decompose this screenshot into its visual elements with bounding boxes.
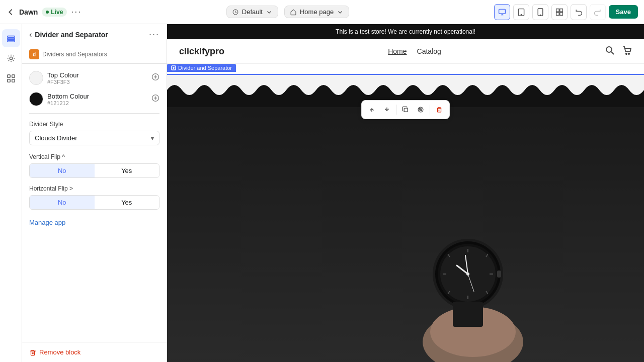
- svg-point-5: [521, 14, 521, 15]
- move-up-toolbar-button[interactable]: [365, 103, 379, 117]
- vertical-flip-yes-button[interactable]: Yes: [95, 164, 159, 177]
- bottom-colour-label: Bottom Colour: [47, 93, 89, 100]
- svg-rect-17: [12, 75, 14, 77]
- divider-style-select[interactable]: Clouds Divider Wave Divider Zigzag Divid…: [29, 131, 159, 145]
- vertical-flip-no-button[interactable]: No: [30, 164, 95, 177]
- svg-rect-9: [559, 9, 562, 12]
- svg-rect-10: [556, 12, 559, 15]
- horizontal-flip-yes-button[interactable]: Yes: [95, 196, 159, 209]
- nav-catalog-link[interactable]: Catalog: [417, 47, 441, 55]
- search-nav-icon[interactable]: [605, 45, 615, 57]
- back-button[interactable]: [6, 8, 15, 17]
- store-nav-links: Home Catalog: [388, 47, 441, 55]
- panel-back-button[interactable]: ‹: [29, 30, 32, 39]
- preview-area: This is a test store! We are currently n…: [167, 24, 644, 362]
- divider-component[interactable]: Divider and Separator: [167, 75, 644, 107]
- bottom-colour-hex: #121212: [47, 100, 89, 106]
- svg-point-63: [466, 273, 469, 276]
- icon-sidebar: [0, 24, 22, 362]
- bottom-colour-row: Bottom Colour #121212: [29, 92, 159, 106]
- breadcrumb-text: Dividers and Separators: [42, 51, 107, 58]
- svg-rect-11: [559, 12, 562, 15]
- top-bar-left: Dawn Live ···: [6, 7, 82, 17]
- divider-style-label: Divider Style: [29, 121, 159, 128]
- desktop-view-button[interactable]: [494, 4, 510, 20]
- top-colour-label: Top Colour: [47, 71, 79, 79]
- svg-point-15: [10, 57, 12, 59]
- default-dropdown[interactable]: Default: [226, 6, 278, 18]
- bottom-colour-edit-button[interactable]: [151, 94, 159, 104]
- top-colour-edit-button[interactable]: [151, 73, 159, 83]
- panel-body: Top Colour #F3F3F3 Botto: [22, 64, 167, 342]
- apps-sidebar-button[interactable]: [2, 69, 20, 87]
- divider-label-tag: Divider and Separator: [167, 64, 236, 72]
- svg-rect-8: [556, 9, 559, 12]
- svg-rect-16: [7, 75, 10, 77]
- svg-point-32: [628, 53, 629, 54]
- svg-rect-65: [497, 270, 501, 278]
- floating-toolbar: [361, 100, 450, 119]
- horizontal-flip-label: Horizontal Flip >: [29, 185, 159, 192]
- layers-sidebar-button[interactable]: [2, 29, 20, 47]
- bottom-colour-swatch[interactable]: [29, 92, 43, 106]
- main-content: ‹ Divider and Separator ··· d Dividers a…: [0, 24, 644, 362]
- top-colour-row: Top Colour #F3F3F3: [29, 71, 159, 85]
- svg-rect-12: [7, 36, 14, 38]
- settings-sidebar-button[interactable]: [2, 49, 20, 67]
- svg-rect-18: [7, 79, 10, 82]
- section-divider: [29, 113, 159, 114]
- grid-view-button[interactable]: [551, 4, 568, 20]
- svg-line-30: [611, 52, 614, 54]
- panel-title: Divider and Separator: [35, 31, 108, 39]
- svg-rect-42: [438, 108, 441, 112]
- svg-point-29: [606, 47, 612, 52]
- nav-home-link[interactable]: Home: [388, 47, 407, 55]
- manage-app-link[interactable]: Manage app: [29, 219, 65, 226]
- svg-rect-1: [499, 9, 505, 14]
- top-colour-swatch[interactable]: [29, 71, 43, 85]
- svg-rect-38: [404, 108, 408, 112]
- panel-footer: Remove block: [22, 342, 167, 362]
- store-name: Dawn: [19, 8, 38, 16]
- breadcrumb-icon: d: [29, 49, 39, 59]
- svg-rect-19: [12, 79, 14, 82]
- top-bar: Dawn Live ··· Default Home page: [0, 0, 644, 24]
- toolbar-divider-2: [430, 105, 430, 115]
- redo-button[interactable]: [590, 4, 606, 20]
- toolbar-divider-1: [396, 105, 396, 115]
- store-banner: This is a test store! We are currently n…: [167, 24, 644, 39]
- top-bar-center: Default Home page: [226, 6, 349, 18]
- horizontal-flip-toggle: No Yes: [29, 195, 159, 210]
- svg-rect-14: [7, 41, 14, 42]
- svg-rect-64: [453, 302, 483, 327]
- undo-button[interactable]: [571, 4, 587, 20]
- mobile-view-button[interactable]: [532, 4, 548, 20]
- horizontal-flip-no-button[interactable]: No: [30, 196, 95, 209]
- vertical-flip-label: Vertical Flip ^: [29, 153, 159, 160]
- panel-breadcrumb: d Dividers and Separators: [22, 45, 167, 64]
- watch-area: [167, 107, 644, 362]
- top-colour-hex: #F3F3F3: [47, 79, 79, 85]
- cart-nav-icon[interactable]: [622, 45, 632, 57]
- topbar-more-button[interactable]: ···: [71, 7, 82, 17]
- preview-frame: This is a test store! We are currently n…: [167, 24, 644, 362]
- vertical-flip-toggle: No Yes: [29, 163, 159, 178]
- settings-panel: ‹ Divider and Separator ··· d Dividers a…: [22, 24, 167, 362]
- delete-toolbar-button[interactable]: [432, 103, 446, 117]
- preview-inner: This is a test store! We are currently n…: [167, 24, 644, 362]
- tablet-view-button[interactable]: [513, 4, 529, 20]
- remove-block-button[interactable]: Remove block: [29, 348, 80, 356]
- svg-rect-13: [7, 38, 14, 40]
- duplicate-toolbar-button[interactable]: [398, 103, 413, 117]
- divider-style-select-wrapper: Clouds Divider Wave Divider Zigzag Divid…: [29, 131, 159, 145]
- top-bar-right: Save: [494, 4, 638, 20]
- panel-more-button[interactable]: ···: [149, 29, 159, 40]
- save-button[interactable]: Save: [609, 5, 638, 19]
- store-nav: clickifypro Home Catalog: [167, 39, 644, 64]
- homepage-dropdown[interactable]: Home page: [284, 6, 349, 18]
- hide-toolbar-button[interactable]: [414, 103, 428, 117]
- store-logo: clickifypro: [179, 46, 224, 57]
- move-down-toolbar-button[interactable]: [380, 103, 394, 117]
- svg-point-31: [626, 53, 627, 54]
- panel-header: ‹ Divider and Separator ···: [22, 24, 167, 45]
